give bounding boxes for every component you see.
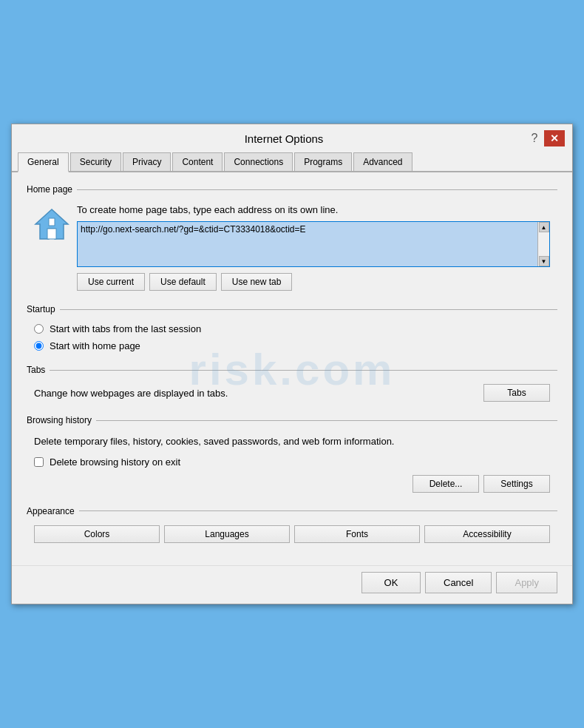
tab-content[interactable]: Content	[172, 152, 223, 171]
tabs-button[interactable]: Tabs	[483, 384, 550, 402]
tabs-description: Change how webpages are displayed in tab…	[34, 388, 228, 399]
startup-radio-group: Start with tabs from the last session St…	[27, 319, 557, 356]
dialog-title: Internet Options	[41, 132, 526, 145]
home-page-url-input[interactable]	[78, 222, 549, 266]
internet-options-dialog: Internet Options ? ✕ General Security Pr…	[11, 124, 573, 604]
browsing-buttons: Delete... Settings	[34, 475, 550, 493]
cancel-button[interactable]: Cancel	[425, 572, 492, 593]
tabs-section-title: Tabs	[27, 365, 557, 375]
browsing-desc: Delete temporary files, history, cookies…	[34, 434, 550, 449]
svg-rect-1	[47, 229, 56, 239]
home-page-inner: To create home page tabs, type each addr…	[27, 199, 557, 295]
help-button[interactable]: ?	[526, 130, 543, 146]
scrollbar-vertical[interactable]: ▲ ▼	[537, 222, 549, 266]
dialog-content: risk.com Home page To create home page t…	[12, 172, 572, 565]
appearance-section: Appearance Colors Languages Fonts Access…	[27, 506, 557, 547]
startup-option2-label: Start with home page	[50, 340, 140, 351]
browsing-inner: Delete temporary files, history, cookies…	[27, 430, 557, 497]
startup-radio2[interactable]	[34, 341, 44, 351]
tab-security[interactable]: Security	[70, 152, 121, 171]
delete-history-checkbox-label[interactable]: Delete browsing history on exit	[34, 456, 550, 468]
startup-radio1[interactable]	[34, 324, 44, 334]
startup-title: Startup	[27, 304, 557, 314]
tab-connections[interactable]: Connections	[224, 152, 293, 171]
colors-button[interactable]: Colors	[34, 525, 160, 543]
dialog-footer: OK Cancel Apply	[12, 565, 572, 604]
home-page-buttons: Use current Use default Use new tab	[77, 273, 550, 291]
browsing-history-section: Browsing history Delete temporary files,…	[27, 415, 557, 497]
accessibility-button[interactable]: Accessibility	[424, 525, 550, 543]
languages-button[interactable]: Languages	[164, 525, 290, 543]
delete-history-checkbox[interactable]	[34, 457, 44, 467]
ok-button[interactable]: OK	[361, 572, 421, 593]
use-current-button[interactable]: Use current	[77, 273, 145, 291]
title-bar-controls: ? ✕	[526, 130, 565, 146]
appearance-buttons: Colors Languages Fonts Accessibility	[27, 521, 557, 547]
use-default-button[interactable]: Use default	[149, 273, 217, 291]
startup-option1[interactable]: Start with tabs from the last session	[34, 323, 550, 334]
home-icon	[34, 206, 69, 242]
scroll-up-arrow[interactable]: ▲	[539, 222, 549, 232]
settings-button[interactable]: Settings	[483, 475, 550, 493]
svg-rect-2	[49, 218, 55, 226]
browsing-history-title: Browsing history	[27, 415, 557, 425]
home-page-right: To create home page tabs, type each addr…	[77, 203, 550, 291]
tab-privacy[interactable]: Privacy	[123, 152, 171, 171]
tab-bar: General Security Privacy Content Connect…	[12, 152, 572, 172]
title-bar: Internet Options ? ✕	[12, 124, 572, 149]
tabs-section: Tabs Change how webpages are displayed i…	[27, 365, 557, 406]
startup-section: Startup Start with tabs from the last se…	[27, 304, 557, 356]
delete-button[interactable]: Delete...	[412, 475, 479, 493]
fonts-button[interactable]: Fonts	[294, 525, 420, 543]
use-new-tab-button[interactable]: Use new tab	[221, 273, 293, 291]
scroll-down-arrow[interactable]: ▼	[539, 256, 549, 266]
home-page-title: Home page	[27, 184, 557, 195]
delete-history-label: Delete browsing history on exit	[50, 456, 180, 468]
startup-option2[interactable]: Start with home page	[34, 340, 550, 351]
home-page-section: Home page To create home page tabs, type…	[27, 184, 557, 295]
home-page-desc: To create home page tabs, type each addr…	[77, 203, 550, 217]
tab-advanced[interactable]: Advanced	[353, 152, 412, 171]
tabs-inner: Change how webpages are displayed in tab…	[27, 380, 557, 406]
home-page-input-wrapper: ▲ ▼	[77, 221, 550, 267]
close-button[interactable]: ✕	[544, 130, 565, 146]
appearance-title: Appearance	[27, 506, 557, 516]
tab-general[interactable]: General	[18, 152, 69, 172]
apply-button[interactable]: Apply	[496, 572, 557, 593]
tab-programs[interactable]: Programs	[294, 152, 352, 171]
startup-option1-label: Start with tabs from the last session	[50, 323, 201, 334]
